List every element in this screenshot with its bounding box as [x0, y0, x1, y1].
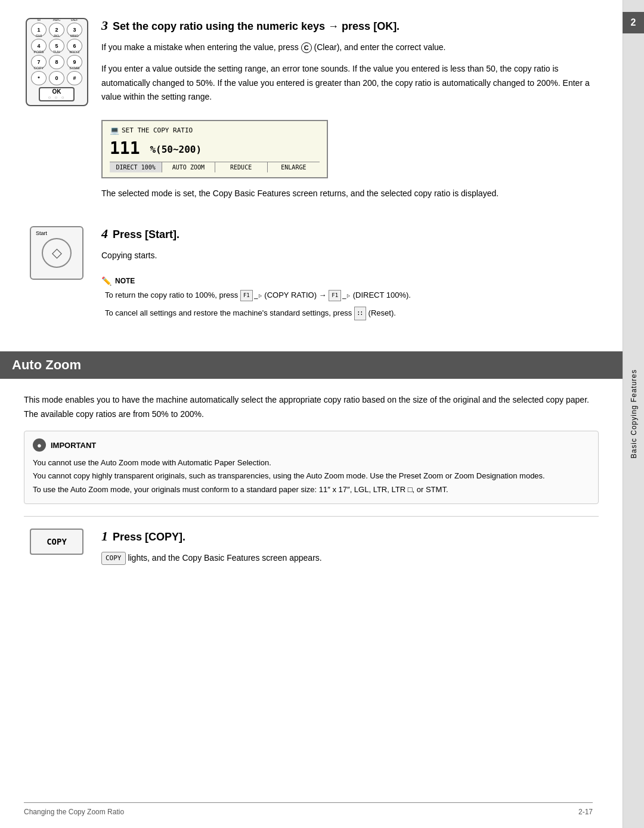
copy-ratio-func-key: F1 ⎯▷: [240, 290, 262, 301]
copy-inline-ref: COPY: [101, 552, 126, 566]
lcd-title: 💻 SET THE COPY RATIO: [110, 126, 320, 135]
step-4-title: Press [Start].: [113, 228, 179, 241]
footer-left: Changing the Copy Zoom Ratio: [24, 808, 124, 816]
footer-right: 2-17: [578, 808, 593, 816]
az-step-1-heading: 1 Press [COPY].: [101, 529, 599, 544]
step3-para1: If you make a mistake when entering the …: [101, 41, 599, 55]
lcd-title-text: SET THE COPY RATIO: [122, 126, 193, 134]
auto-zoom-intro: This mode enables you to have the machin…: [24, 393, 599, 422]
key-star-top-label: COPY: [33, 66, 44, 70]
lcd-value: 111 %(50~200): [110, 138, 320, 158]
lcd-btn-autozoom[interactable]: AUTO ZOOM: [162, 162, 215, 172]
key-8[interactable]: TUV 8: [49, 55, 64, 69]
az-step-1-section: COPY 1 Press [COPY]. COPY lights, and th…: [24, 529, 599, 573]
step-3-content: 3 Set the copy ratio using the numeric k…: [101, 18, 599, 208]
step4-para: Copying starts.: [101, 249, 599, 263]
key-1-top-label: SI: [37, 18, 41, 21]
important-box: ● IMPORTANT You cannot use the Auto Zoom…: [24, 431, 599, 503]
lcd-unit: %(50~200): [150, 144, 202, 155]
note-box: ✏️ NOTE To return the copy ratio to 100%…: [101, 271, 599, 325]
keypad-diagram: SI 1 ABC 2 DEF 3: [26, 18, 88, 106]
note-line-2: To cancel all settings and restore the m…: [105, 307, 599, 320]
step3-para2: If you enter a value outside the setting…: [101, 62, 599, 104]
key-5-top-label: JKL: [53, 34, 60, 38]
az-step-1-para: COPY lights, and the Copy Basic Features…: [101, 551, 599, 566]
auto-zoom-title: Auto Zoom: [12, 357, 81, 372]
divider: [24, 516, 599, 517]
lcd-display: 💻 SET THE COPY RATIO 111 %(50~200) DIREC…: [101, 120, 328, 178]
important-title: ● IMPORTANT: [33, 438, 590, 452]
az-step-1-title: Press [COPY].: [113, 531, 185, 543]
tab-label: Basic Copying Features: [630, 369, 638, 458]
lcd-btn-direct[interactable]: DIRECT 100%: [110, 162, 162, 172]
key-4-top-label: GHI: [36, 34, 42, 38]
step-3-title: Set the copy ratio using the numeric key…: [113, 20, 400, 33]
key-3-top-label: DEF: [71, 18, 78, 21]
note-line-1: To return the copy ratio to 100%, press …: [105, 289, 599, 302]
copy-button-label: COPY: [47, 537, 67, 546]
az-step-1-content: 1 Press [COPY]. COPY lights, and the Cop…: [101, 529, 599, 573]
step-3-number: 3: [101, 18, 108, 33]
step-4-section: Start ◇ 4 Press [Start]. Copying starts.…: [24, 226, 599, 333]
reset-key-icon: ∷: [354, 307, 366, 320]
note-icon: ✏️: [101, 276, 112, 286]
important-text: You cannot use the Auto Zoom mode with A…: [33, 456, 590, 496]
step-3-section: SI 1 ABC 2 DEF 3: [24, 18, 599, 208]
clear-key-icon: C: [301, 42, 312, 53]
auto-zoom-section-header: Auto Zoom: [0, 351, 623, 379]
lcd-btn-enlarge[interactable]: ENLARGE: [268, 162, 320, 172]
step-4-number: 4: [101, 226, 108, 242]
copy-button-icon: COPY: [24, 529, 89, 573]
note-title-text: NOTE: [115, 277, 135, 285]
note-title: ✏️ NOTE: [101, 276, 599, 286]
key-hash[interactable]: SYMB #: [67, 71, 82, 85]
ok-dots: ○ ○ ○: [48, 95, 66, 100]
key-8-top-label: TUV: [53, 50, 60, 54]
keypad-icon: SI 1 ABC 2 DEF 3: [24, 18, 89, 208]
key-6-top-label: MNO: [70, 34, 79, 38]
key-2-top-label: ABC: [53, 18, 61, 21]
important-line-1: You cannot use the Auto Zoom mode with A…: [33, 456, 590, 469]
step3-para3: The selected mode is set, the Copy Basic…: [101, 187, 599, 201]
page-footer: Changing the Copy Zoom Ratio 2-17: [24, 802, 593, 816]
copy-button-diagram[interactable]: COPY: [30, 529, 83, 555]
key-0[interactable]: 0: [49, 71, 64, 85]
important-line-3: To use the Auto Zoom mode, your original…: [33, 483, 590, 496]
right-tab: 2 Basic Copying Features: [623, 0, 644, 828]
important-icon: ●: [33, 438, 46, 452]
lcd-icon: 💻: [110, 126, 119, 135]
key-star[interactable]: COPY *: [31, 71, 47, 85]
lcd-btn-reduce[interactable]: REDUCE: [215, 162, 268, 172]
start-label: Start: [36, 230, 47, 236]
direct-func-key: F1 ⎯▷: [329, 290, 351, 301]
ok-button[interactable]: OK ○ ○ ○: [39, 87, 75, 101]
step-3-heading: 3 Set the copy ratio using the numeric k…: [101, 18, 599, 33]
note-text: To return the copy ratio to 100%, press …: [101, 289, 599, 320]
ok-label: OK: [52, 88, 61, 95]
step-4-content: 4 Press [Start]. Copying starts. ✏️ NOTE…: [101, 226, 599, 333]
start-circle[interactable]: ◇: [42, 238, 72, 268]
key-9-top-label: WXYZ: [69, 50, 79, 54]
step-4-heading: 4 Press [Start].: [101, 226, 599, 242]
important-line-2: You cannot copy highly transparent origi…: [33, 469, 590, 483]
start-button-diagram: Start ◇: [30, 226, 83, 280]
tab-number: 2: [623, 12, 644, 33]
start-button-icon: Start ◇: [24, 226, 89, 333]
lcd-buttons-row: DIRECT 100% AUTO ZOOM REDUCE ENLARGE: [110, 162, 320, 172]
key-7-top-label: PORS: [33, 50, 44, 54]
az-step-1-number: 1: [101, 529, 108, 544]
lcd-number: 111: [110, 138, 140, 158]
key-hash-top-label: SYMB: [69, 66, 79, 70]
important-title-text: IMPORTANT: [51, 441, 96, 450]
